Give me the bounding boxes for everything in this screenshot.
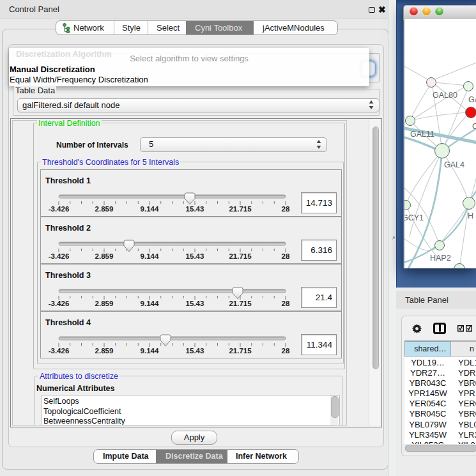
svg-text:H: H (468, 211, 473, 220)
svg-text:HAP2: HAP2 (430, 254, 451, 263)
svg-text:GA: GA (468, 95, 476, 104)
svg-text:GCY1: GCY1 (404, 213, 424, 222)
svg-text:GAL11: GAL11 (410, 130, 434, 139)
svg-text:GAL80: GAL80 (433, 91, 457, 100)
svg-text:GAL4: GAL4 (444, 160, 464, 169)
svg-text:C: C (472, 122, 476, 131)
